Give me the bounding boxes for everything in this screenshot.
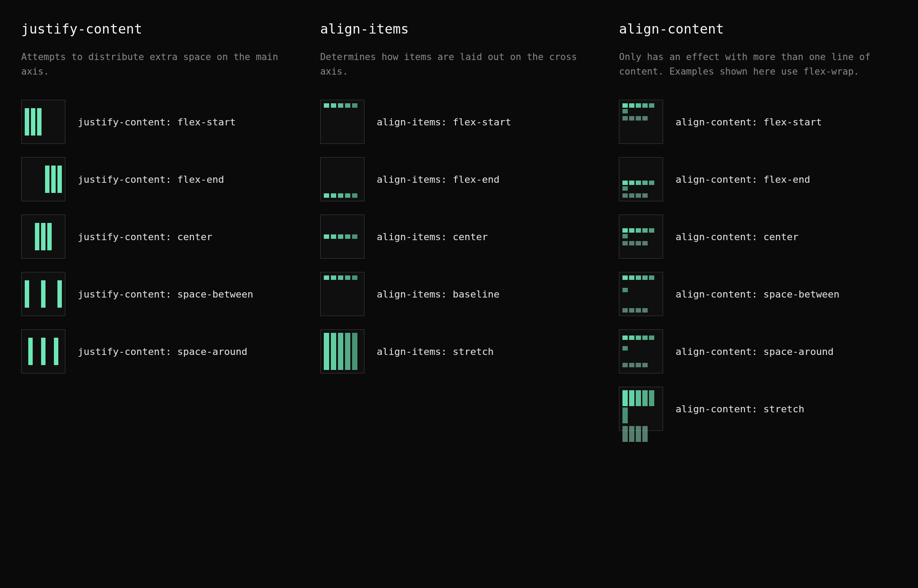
example-label: justify-content: flex-end [78, 174, 224, 185]
flex-demo-icon [21, 157, 65, 201]
example-label: justify-content: space-between [78, 289, 253, 300]
flex-demo-icon [320, 329, 364, 373]
example-row: align-items: center [320, 215, 598, 259]
flex-demo-icon [21, 100, 65, 144]
column-align-content: align-content Only has an effect with mo… [619, 21, 897, 444]
flex-demo-icon [619, 387, 663, 431]
example-label: justify-content: center [78, 231, 212, 242]
heading-justify-content: justify-content [21, 21, 299, 37]
example-row: align-items: baseline [320, 272, 598, 316]
example-row: align-content: space-around [619, 329, 897, 373]
flex-demo-icon [21, 329, 65, 373]
description-justify-content: Attempts to distribute extra space on th… [21, 50, 299, 79]
example-row: justify-content: flex-start [21, 100, 299, 144]
column-justify-content: justify-content Attempts to distribute e… [21, 21, 299, 444]
example-label: align-content: space-between [675, 289, 839, 300]
flex-demo-icon [619, 215, 663, 259]
example-row: align-items: flex-start [320, 100, 598, 144]
flex-demo-icon [21, 215, 65, 259]
example-label: align-content: space-around [675, 346, 834, 357]
columns-container: justify-content Attempts to distribute e… [21, 21, 897, 444]
example-label: align-content: flex-start [675, 117, 822, 128]
example-label: align-items: center [377, 231, 488, 242]
flex-demo-icon [320, 215, 364, 259]
example-label: align-items: flex-end [377, 174, 500, 185]
example-label: align-items: baseline [377, 289, 500, 300]
example-row: align-content: stretch [619, 387, 897, 431]
example-row: align-content: flex-start [619, 100, 897, 144]
flex-demo-icon [320, 272, 364, 316]
example-label: align-content: center [675, 231, 798, 242]
flex-demo-icon [320, 100, 364, 144]
example-row: align-content: space-between [619, 272, 897, 316]
flex-demo-icon [619, 329, 663, 373]
example-label: justify-content: space-around [78, 346, 247, 357]
description-align-items: Determines how items are laid out on the… [320, 50, 598, 79]
example-label: align-content: flex-end [675, 174, 810, 185]
example-row: align-items: stretch [320, 329, 598, 373]
heading-align-content: align-content [619, 21, 897, 37]
description-align-content: Only has an effect with more than one li… [619, 50, 897, 79]
example-row: justify-content: flex-end [21, 157, 299, 201]
heading-align-items: align-items [320, 21, 598, 37]
column-align-items: align-items Determines how items are lai… [320, 21, 598, 444]
flex-demo-icon [619, 157, 663, 201]
example-row: align-content: flex-end [619, 157, 897, 201]
example-row: justify-content: center [21, 215, 299, 259]
example-label: justify-content: flex-start [78, 117, 236, 128]
example-row: align-items: flex-end [320, 157, 598, 201]
flex-demo-icon [21, 272, 65, 316]
flex-demo-icon [619, 100, 663, 144]
example-label: align-items: flex-start [377, 117, 512, 128]
flex-demo-icon [619, 272, 663, 316]
example-row: justify-content: space-between [21, 272, 299, 316]
flex-demo-icon [320, 157, 364, 201]
example-label: align-items: stretch [377, 346, 494, 357]
example-row: align-content: center [619, 215, 897, 259]
example-row: justify-content: space-around [21, 329, 299, 373]
example-label: align-content: stretch [675, 403, 804, 415]
